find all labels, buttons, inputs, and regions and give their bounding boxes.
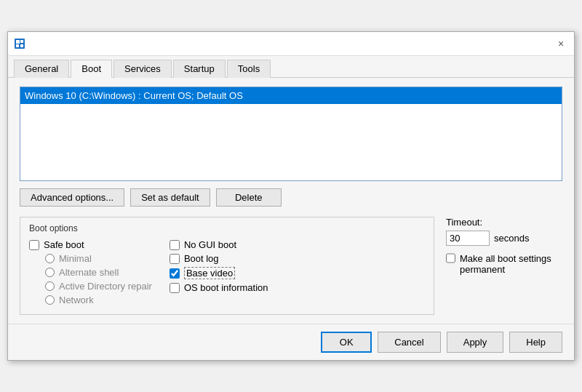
timeout-label: Timeout: bbox=[446, 217, 562, 228]
svg-rect-4 bbox=[20, 44, 23, 47]
os-boot-info-label: OS boot information bbox=[184, 282, 268, 293]
tab-content: Windows 10 (C:\Windows) : Current OS; De… bbox=[8, 78, 574, 324]
base-video-label: Base video bbox=[184, 267, 235, 279]
active-directory-label: Active Directory repair bbox=[59, 281, 152, 292]
svg-rect-1 bbox=[16, 40, 20, 44]
alternate-shell-option: Alternate shell bbox=[45, 267, 152, 278]
main-options-area: Boot options Safe boot Minimal bbox=[20, 217, 562, 315]
active-directory-option: Active Directory repair bbox=[45, 281, 152, 292]
os-list[interactable]: Windows 10 (C:\Windows) : Current OS; De… bbox=[20, 87, 562, 181]
make-permanent-checkbox[interactable] bbox=[446, 253, 455, 263]
boot-log-checkbox[interactable] bbox=[170, 254, 180, 264]
boot-log-row: Boot log bbox=[170, 253, 268, 264]
timeout-input[interactable] bbox=[446, 231, 490, 246]
os-list-item[interactable]: Windows 10 (C:\Windows) : Current OS; De… bbox=[20, 87, 562, 104]
safe-boot-checkbox[interactable] bbox=[29, 240, 39, 250]
alternate-shell-radio[interactable] bbox=[45, 268, 55, 277]
no-gui-boot-checkbox[interactable] bbox=[170, 240, 180, 250]
tab-bar: General Boot Services Startup Tools bbox=[8, 56, 574, 78]
no-gui-boot-label: No GUI boot bbox=[184, 239, 236, 250]
timeout-row: seconds bbox=[446, 231, 562, 246]
make-permanent-row: Make all boot settings permanent bbox=[446, 253, 562, 275]
os-boot-info-row: OS boot information bbox=[170, 282, 268, 293]
seconds-label: seconds bbox=[494, 233, 529, 244]
window-icon bbox=[14, 38, 25, 49]
active-directory-radio[interactable] bbox=[45, 281, 55, 291]
svg-rect-2 bbox=[20, 40, 23, 43]
title-bar-left bbox=[14, 38, 25, 49]
base-video-row: Base video bbox=[170, 267, 268, 279]
title-bar: × bbox=[8, 32, 574, 56]
ok-button[interactable]: OK bbox=[321, 332, 372, 353]
minimal-label: Minimal bbox=[59, 253, 92, 264]
set-default-button[interactable]: Set as default bbox=[130, 188, 210, 207]
delete-button[interactable]: Delete bbox=[216, 188, 282, 207]
no-gui-boot-row: No GUI boot bbox=[170, 239, 268, 250]
make-permanent-label: Make all boot settings permanent bbox=[460, 253, 562, 275]
timeout-section: Timeout: seconds bbox=[446, 217, 562, 246]
action-buttons: Advanced options... Set as default Delet… bbox=[20, 188, 562, 207]
system-config-window: × General Boot Services Startup Tools Wi… bbox=[7, 31, 575, 361]
network-label: Network bbox=[59, 295, 94, 305]
advanced-options-button[interactable]: Advanced options... bbox=[20, 188, 124, 207]
minimal-radio[interactable] bbox=[45, 254, 55, 263]
boot-options-box: Boot options Safe boot Minimal bbox=[20, 217, 434, 315]
footer: OK Cancel Apply Help bbox=[8, 324, 574, 360]
apply-button[interactable]: Apply bbox=[447, 332, 504, 353]
safe-boot-row: Safe boot bbox=[29, 239, 152, 250]
cancel-button[interactable]: Cancel bbox=[378, 332, 440, 353]
tab-tools[interactable]: Tools bbox=[227, 60, 271, 78]
os-boot-info-checkbox[interactable] bbox=[170, 283, 180, 293]
tab-boot[interactable]: Boot bbox=[71, 60, 112, 78]
boot-options-columns: Safe boot Minimal Alternate shell A bbox=[29, 239, 425, 308]
network-option: Network bbox=[45, 295, 152, 305]
tab-startup[interactable]: Startup bbox=[173, 60, 226, 78]
svg-rect-3 bbox=[16, 44, 19, 47]
help-button[interactable]: Help bbox=[509, 332, 562, 353]
network-radio[interactable] bbox=[45, 295, 55, 305]
tab-services[interactable]: Services bbox=[113, 60, 172, 78]
tab-general[interactable]: General bbox=[14, 60, 69, 78]
alternate-shell-label: Alternate shell bbox=[59, 267, 119, 278]
boot-options-title: Boot options bbox=[29, 223, 425, 233]
boot-options-left-col: Safe boot Minimal Alternate shell A bbox=[29, 239, 152, 308]
boot-options-right-col: No GUI boot Boot log Base video OS bbox=[170, 239, 268, 308]
close-button[interactable]: × bbox=[554, 36, 568, 51]
boot-log-label: Boot log bbox=[184, 253, 219, 264]
base-video-checkbox[interactable] bbox=[170, 268, 180, 279]
minimal-option: Minimal bbox=[45, 253, 152, 264]
safe-boot-label: Safe boot bbox=[44, 239, 84, 250]
right-options: Timeout: seconds Make all boot settings … bbox=[446, 217, 562, 315]
